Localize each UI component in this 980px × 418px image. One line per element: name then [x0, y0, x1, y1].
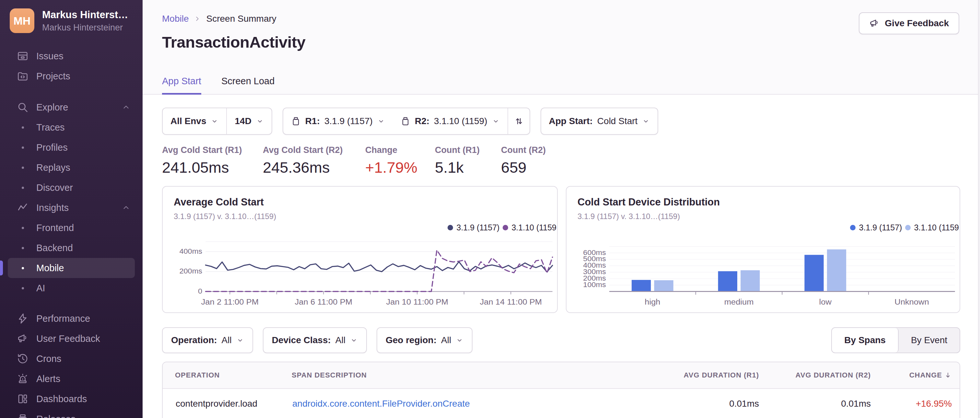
- sidebar-item-label: Issues: [36, 51, 64, 62]
- release2-filter[interactable]: R2: 3.1.10 (1159): [393, 108, 508, 134]
- chevron-up-icon: [122, 103, 130, 111]
- swap-releases-button[interactable]: [508, 116, 530, 126]
- megaphone-icon: [16, 333, 30, 345]
- span-description-link[interactable]: androidx.core.content.FileProvider.onCre…: [292, 399, 470, 408]
- toggle-by-spans[interactable]: By Spans: [832, 328, 899, 353]
- layers-icon: [16, 413, 30, 418]
- line-chart-canvas: 0200ms400msJan 2 11:00 PMJan 6 11:00 PMJ…: [174, 235, 556, 312]
- user-name: Markus Hinterst…: [42, 9, 128, 21]
- breadcrumb-current: Screen Summary: [206, 14, 276, 24]
- sidebar-item-dashboards[interactable]: Dashboards: [0, 389, 143, 409]
- legend-item[interactable]: 3.1.10 (1159: [905, 223, 959, 232]
- lightning-icon: [16, 313, 30, 324]
- sidebar-item-releases[interactable]: Releases: [0, 409, 143, 418]
- environment-value: All Envs: [170, 116, 206, 126]
- stat-avg-cold-start-r1: Avg Cold Start (R1) 241.05ms: [162, 145, 263, 176]
- chevron-down-icon: [256, 117, 264, 125]
- spans-table: OPERATION SPAN DESCRIPTION AVG DURATION …: [162, 362, 960, 418]
- give-feedback-button[interactable]: Give Feedback: [859, 12, 959, 34]
- svg-text:0: 0: [198, 287, 202, 295]
- sidebar-item-label: AI: [36, 283, 45, 294]
- sidebar-item-label: Alerts: [36, 373, 60, 384]
- col-change-label: CHANGE: [909, 371, 942, 380]
- sidebar-item-projects[interactable]: Projects: [0, 66, 143, 86]
- col-operation: OPERATION: [163, 371, 279, 380]
- svg-text:medium: medium: [724, 297, 754, 307]
- geo-region-value: All: [441, 335, 451, 345]
- legend-item[interactable]: 3.1.9 (1157): [850, 223, 902, 232]
- search-icon: [16, 102, 30, 113]
- environment-filter[interactable]: All Envs: [163, 108, 226, 134]
- svg-text:Jan 10 11:00 PM: Jan 10 11:00 PM: [386, 297, 448, 307]
- sidebar-item-label: Frontend: [36, 223, 74, 233]
- user-menu[interactable]: MH Markus Hinterst… Markus Hintersteiner: [0, 0, 143, 33]
- user-subtitle: Markus Hintersteiner: [42, 23, 128, 33]
- sidebar-item-crons[interactable]: Crons: [0, 349, 143, 369]
- sidebar-item-explore[interactable]: Explore: [0, 97, 143, 117]
- sidebar-item-traces[interactable]: Traces: [0, 117, 143, 137]
- inbox-icon: [16, 50, 30, 62]
- sidebar-item-frontend[interactable]: Frontend: [0, 218, 143, 238]
- app-start-filter-group: App Start: Cold Start: [541, 108, 659, 135]
- svg-text:Jan 2 11:00 PM: Jan 2 11:00 PM: [201, 297, 259, 307]
- legend-label: 3.1.10 (1159: [511, 223, 557, 232]
- give-feedback-label: Give Feedback: [885, 18, 949, 29]
- legend-item[interactable]: 3.1.9 (1157): [447, 223, 500, 232]
- tab-bar: App Start Screen Load: [162, 76, 275, 95]
- svg-text:Jan 6 11:00 PM: Jan 6 11:00 PM: [295, 297, 353, 307]
- toggle-by-event[interactable]: By Event: [899, 328, 959, 353]
- legend-item[interactable]: 3.1.10 (1159: [503, 223, 557, 232]
- filter-bar: All Envs 14D R1: 3.1.9 (1157): [162, 108, 960, 135]
- chevron-down-icon: [377, 117, 385, 125]
- sidebar-item-user-feedback[interactable]: User Feedback: [0, 329, 143, 349]
- sidebar-item-ai[interactable]: AI: [0, 278, 143, 298]
- sidebar-item-label: Dashboards: [36, 394, 87, 404]
- svg-text:400ms: 400ms: [179, 247, 202, 255]
- content-area: All Envs 14D R1: 3.1.9 (1157): [143, 108, 980, 418]
- sidebar-item-replays[interactable]: Replays: [0, 157, 143, 178]
- sidebar-item-label: Profiles: [36, 142, 68, 153]
- chevron-right-icon: [194, 15, 201, 22]
- stat-label: Change: [365, 145, 435, 155]
- geo-region-label: Geo region:: [386, 335, 436, 345]
- date-range-value: 14D: [235, 116, 251, 126]
- device-class-filter[interactable]: Device Class: All: [263, 327, 367, 353]
- stat-label: Count (R1): [435, 145, 501, 155]
- sidebar-item-backend[interactable]: Backend: [0, 238, 143, 258]
- scrollbar[interactable]: [978, 0, 980, 418]
- chevron-down-icon: [456, 336, 463, 344]
- cell-change: +16.95%: [916, 399, 959, 409]
- sidebar-item-profiles[interactable]: Profiles: [0, 137, 143, 157]
- release1-filter[interactable]: R1: 3.1.9 (1157): [283, 108, 393, 134]
- app-start-type-filter[interactable]: App Start: Cold Start: [541, 108, 658, 134]
- sidebar-item-alerts[interactable]: Alerts: [0, 369, 143, 389]
- sidebar-item-insights[interactable]: Insights: [0, 198, 143, 218]
- stat-value: 245.36ms: [263, 159, 365, 176]
- chevron-down-icon: [211, 117, 218, 125]
- col-change-sort[interactable]: CHANGE: [909, 371, 959, 380]
- span-filter-bar: Operation: All Device Class: All Geo reg…: [162, 327, 960, 353]
- tab-screen-load[interactable]: Screen Load: [221, 76, 275, 95]
- device-class-label: Device Class:: [272, 335, 331, 345]
- date-range-filter[interactable]: 14D: [227, 108, 271, 134]
- sidebar-item-issues[interactable]: Issues: [0, 46, 143, 66]
- tab-app-start[interactable]: App Start: [162, 76, 201, 95]
- sidebar-item-label: Backend: [36, 243, 73, 253]
- operation-filter[interactable]: Operation: All: [162, 327, 253, 353]
- legend-dot: [447, 225, 453, 230]
- breadcrumb-mobile[interactable]: Mobile: [162, 14, 189, 24]
- sidebar-item-performance[interactable]: Performance: [0, 308, 143, 329]
- legend-dot: [503, 225, 508, 230]
- stat-value: 659: [501, 159, 546, 176]
- legend-dot: [850, 225, 856, 230]
- svg-text:200ms: 200ms: [179, 267, 202, 275]
- sidebar-item-label: Replays: [36, 162, 70, 173]
- sidebar-item-mobile[interactable]: Mobile: [8, 258, 135, 278]
- sidebar-item-discover[interactable]: Discover: [0, 178, 143, 198]
- sidebar-nav: Issues Projects Explore Trace: [0, 46, 143, 418]
- legend-label: 3.1.9 (1157): [859, 223, 902, 232]
- geo-region-filter[interactable]: Geo region: All: [377, 327, 473, 353]
- spans-event-toggle: By Spans By Event: [831, 327, 960, 353]
- sidebar: MH Markus Hinterst… Markus Hintersteiner…: [0, 0, 143, 418]
- app-start-value: Cold Start: [597, 116, 638, 126]
